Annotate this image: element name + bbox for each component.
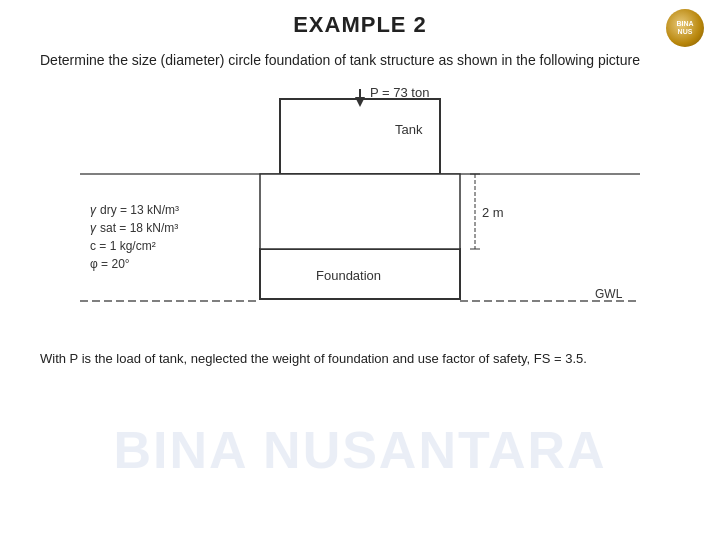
diagram-area: P = 73 ton Tank Foundation 2 m GWL γ dry… <box>40 79 680 339</box>
svg-text:2 m: 2 m <box>482 205 504 220</box>
bottom-note: With P is the load of tank, neglected th… <box>0 339 720 370</box>
svg-text:γ: γ <box>90 221 97 235</box>
logo-text: BINANUS <box>676 20 693 35</box>
svg-rect-3 <box>260 174 460 249</box>
svg-text:γ: γ <box>90 203 97 217</box>
watermark-line1: BINA NUSANTARA <box>113 420 606 480</box>
diagram-svg: P = 73 ton Tank Foundation 2 m GWL γ dry… <box>40 79 680 339</box>
svg-text:P = 73 ton: P = 73 ton <box>370 85 429 100</box>
foundation-label: Foundation <box>316 268 381 283</box>
svg-text:c = 1 kg/cm²: c = 1 kg/cm² <box>90 239 156 253</box>
page-header: EXAMPLE 2 BINANUS <box>0 0 720 46</box>
university-logo: BINANUS <box>666 9 704 47</box>
problem-description: Determine the size (diameter) circle fou… <box>0 46 720 79</box>
svg-text:GWL: GWL <box>595 287 623 301</box>
logo-area: BINANUS <box>624 8 704 48</box>
page-title: EXAMPLE 2 <box>293 12 427 38</box>
svg-text:dry = 13 kN/m³: dry = 13 kN/m³ <box>100 203 179 217</box>
svg-text:sat = 18 kN/m³: sat = 18 kN/m³ <box>100 221 178 235</box>
svg-text:φ = 20°: φ = 20° <box>90 257 130 271</box>
tank-label: Tank <box>395 122 423 137</box>
